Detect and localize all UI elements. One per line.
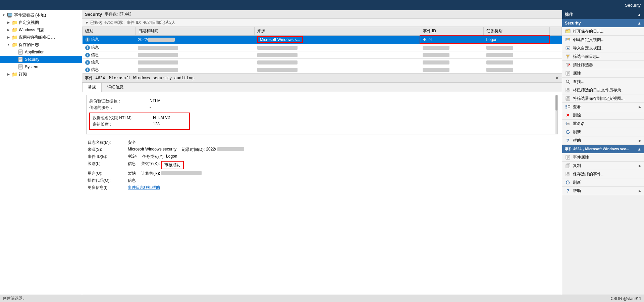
- action-item-copy[interactable]: 复制 ▶: [562, 162, 644, 170]
- task-value: Logon: [166, 154, 177, 160]
- find-label: 查找...: [573, 79, 584, 85]
- action-item-refresh[interactable]: 刷新: [562, 128, 644, 136]
- col-header-datetime: 日期和时间: [135, 27, 254, 36]
- action-item-filter-current[interactable]: 筛选当前日志...: [562, 52, 644, 61]
- action-item-create-custom-view[interactable]: 创建自定义视图...: [562, 36, 644, 44]
- more-info-link[interactable]: 事件日志联机帮助: [128, 185, 160, 190]
- info-row-auth-package: 身份验证数据包： NTLM: [89, 98, 555, 104]
- sidebar-item-saved-logs[interactable]: ▼ 📁 保存的日志: [0, 41, 82, 48]
- tab-details[interactable]: 详细信息: [102, 83, 129, 92]
- sidebar-item-application[interactable]: Application: [0, 48, 82, 56]
- cell-source: [255, 51, 420, 58]
- sidebar-item-custom-views[interactable]: ▶ 📁 自定义视图: [0, 19, 82, 26]
- filter-bar: ▼ 已筛选: evtx; 来源: ; 事件 ID: 4624日期:记从:/人: [82, 19, 562, 27]
- action-item-save-event[interactable]: 保存选择的事件...: [562, 170, 644, 178]
- sidebar-label-saved-logs: 保存的日志: [19, 42, 39, 48]
- level-label: 级别(L):: [88, 161, 128, 169]
- field-row-user: 用户(U): 暂缺 计算机(R):: [88, 171, 556, 176]
- action-item-view[interactable]: 查看 ▶: [562, 103, 644, 111]
- open-log-icon: [565, 28, 571, 34]
- event-info-scrollbox[interactable]: 身份验证数据包： NTLM 传递的服务： - 数据包名(仅限 NTLM): NT…: [86, 95, 558, 134]
- expander-icon: ▶: [6, 20, 11, 25]
- action-item-clear-filter[interactable]: 清除筛选器: [562, 61, 644, 69]
- action-item-open-saved[interactable]: 打开保存的日志...: [562, 27, 644, 36]
- data-package-value: NTLM V2: [153, 115, 170, 121]
- expander-icon: ▼: [1, 13, 6, 17]
- sidebar-label-windows-log: Windows 日志: [19, 27, 44, 33]
- svg-rect-53: [567, 172, 569, 174]
- cell-source: [255, 44, 420, 51]
- detail-header: 事件 4624，Microsoft Windows security audit…: [82, 74, 562, 83]
- folder-icon: 📁: [11, 27, 17, 33]
- action-item-rename[interactable]: 重命名: [562, 120, 644, 128]
- close-button[interactable]: ✕: [555, 75, 559, 81]
- operations-title: 操作: [565, 12, 573, 17]
- info-icon: i: [85, 60, 90, 65]
- sidebar-item-security[interactable]: Security: [0, 56, 82, 63]
- action-item-help2[interactable]: ? 帮助 ▶: [562, 187, 644, 195]
- event-props-icon: [565, 154, 571, 160]
- sidebar-item-system[interactable]: System: [0, 63, 82, 71]
- action-item-refresh2[interactable]: 刷新: [562, 178, 644, 187]
- log-icon: [17, 64, 23, 70]
- status-bar: 创建筛选器。 CSDN @vlan911: [0, 295, 644, 302]
- table-row[interactable]: i 信息: [83, 66, 562, 73]
- cell-empty: [550, 44, 562, 51]
- svg-rect-1: [8, 16, 11, 17]
- svg-rect-17: [566, 30, 568, 31]
- table-row[interactable]: i 信息: [83, 58, 562, 66]
- svg-rect-44: [567, 122, 567, 125]
- tab-general[interactable]: 常规: [82, 83, 102, 92]
- action-item-save-filtered[interactable]: 将已筛选的日志文件另存为...: [562, 86, 644, 94]
- cell-eventid: [420, 44, 483, 51]
- opcode-label: 操作代码(O):: [88, 178, 128, 183]
- delete-label: 删除: [573, 113, 581, 118]
- view-icon: [565, 104, 571, 110]
- import-view-label: 导入自定义视图...: [573, 45, 604, 51]
- help-label: 帮助: [573, 138, 581, 143]
- svg-marker-45: [568, 130, 569, 132]
- action-item-find[interactable]: 查找...: [562, 78, 644, 86]
- keyword-value-container: 审核成功: [161, 161, 184, 169]
- content-area: Security 事件数: 37,442 ▼ 已筛选: evtx; 来源: ; …: [82, 10, 562, 295]
- folder-icon: 📁: [11, 71, 17, 77]
- sidebar-item-subscriptions[interactable]: ▶ 📁 订阅: [0, 71, 82, 78]
- create-custom-view-label: 创建自定义视图...: [573, 37, 604, 43]
- status-left: 创建筛选器。: [3, 296, 27, 301]
- svg-rect-40: [566, 107, 567, 109]
- table-row[interactable]: i 信息 2022/ Microsoft Windows s... 4624 L…: [83, 35, 562, 44]
- sidebar-item-app-service-log[interactable]: ▶ 📁 应用程序和服务日志: [0, 34, 82, 41]
- svg-rect-18: [569, 29, 570, 30]
- svg-line-31: [569, 82, 570, 84]
- computer-value: [161, 171, 202, 176]
- open-saved-label: 打开保存的日志...: [573, 29, 604, 34]
- cell-task: Logon: [484, 35, 550, 44]
- event-section-title: 事件 4624，Microsoft Windows sec...: [565, 146, 629, 152]
- svg-rect-3: [8, 13, 12, 16]
- status-right: CSDN @vlan911: [610, 296, 641, 301]
- action-item-save-view[interactable]: 将筛选器保存到自定义视图...: [562, 94, 644, 103]
- find-icon: [565, 79, 571, 85]
- action-item-help[interactable]: ? 帮助 ▶: [562, 136, 644, 145]
- action-item-properties[interactable]: 属性: [562, 69, 644, 78]
- action-item-import-custom-view[interactable]: 导入自定义视图...: [562, 44, 644, 52]
- table-row[interactable]: i 信息: [83, 44, 562, 51]
- expander-icon: ▼: [6, 42, 11, 47]
- arrow-icon: ▶: [639, 164, 641, 168]
- folder-icon: 📁: [11, 42, 17, 48]
- filter-label: 已筛选:: [90, 20, 103, 26]
- sidebar-label-system: System: [25, 64, 38, 69]
- sidebar-item-windows-log[interactable]: ▶ 📁 Windows 日志: [0, 26, 82, 34]
- cell-task: [484, 66, 550, 73]
- copy-label: 复制: [573, 163, 581, 169]
- computer-icon: [7, 12, 13, 18]
- filter-current-label: 筛选当前日志...: [573, 54, 600, 59]
- expander-placeholder: [12, 50, 17, 54]
- right-panel-section-event: 事件 4624，Microsoft Windows sec... ▲ 事件属性 …: [562, 145, 644, 195]
- action-item-delete[interactable]: ✕ 删除: [562, 111, 644, 120]
- action-item-event-props[interactable]: 事件属性: [562, 153, 644, 162]
- log-name-value: 安全: [128, 140, 136, 145]
- sidebar-item-event-viewer-local[interactable]: ▼ 事件查看器 (本地): [0, 11, 82, 19]
- table-row[interactable]: i 信息: [83, 51, 562, 58]
- save-event-label: 保存选择的事件...: [573, 171, 604, 177]
